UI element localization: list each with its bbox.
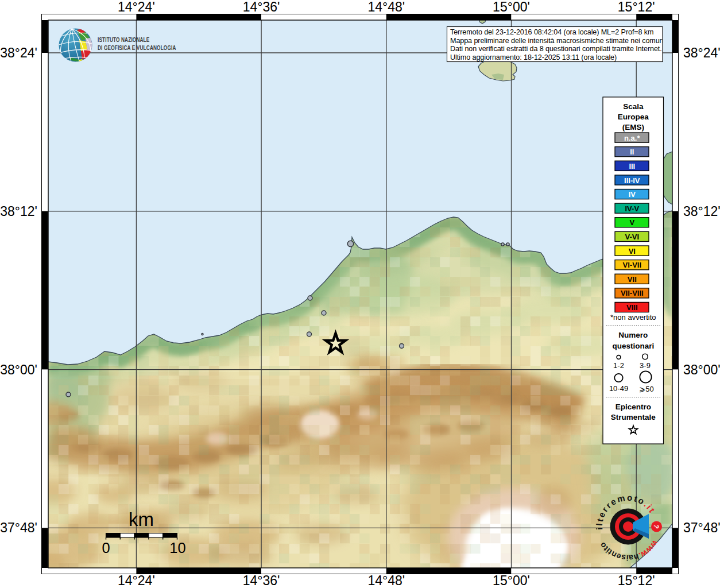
svg-text:14°36': 14°36'	[243, 573, 280, 588]
svg-text:Europea: Europea	[618, 113, 649, 121]
svg-text:n.a.*: n.a.*	[624, 134, 640, 142]
svg-text:(EMS): (EMS)	[622, 123, 644, 131]
svg-text:14°24': 14°24'	[118, 0, 155, 14]
svg-text:Numero: Numero	[618, 331, 648, 339]
svg-text:Ultimo aggiornamento: 18-12-20: Ultimo aggiornamento: 18-12-2025 13:11 (…	[450, 53, 617, 61]
svg-text:V: V	[629, 218, 634, 227]
svg-text:15°12': 15°12'	[618, 0, 655, 14]
svg-text:38°24': 38°24'	[683, 45, 720, 60]
svg-text:Epicentro: Epicentro	[616, 403, 651, 411]
svg-text:V-VI: V-VI	[625, 233, 640, 241]
svg-text:38°00': 38°00'	[0, 362, 37, 377]
svg-text:38°12': 38°12'	[683, 204, 720, 219]
svg-text:VII: VII	[628, 275, 637, 284]
svg-text:*non avvertito: *non avvertito	[610, 313, 656, 322]
svg-text:VIII: VIII	[626, 303, 638, 312]
svg-text:15°12': 15°12'	[618, 573, 655, 588]
svg-text:II: II	[630, 148, 634, 156]
svg-text:questionari: questionari	[612, 342, 654, 350]
svg-text:14°48': 14°48'	[367, 573, 405, 588]
svg-text:VI: VI	[629, 247, 636, 256]
svg-text:15°00': 15°00'	[493, 573, 530, 588]
svg-text:IV-V: IV-V	[625, 204, 640, 213]
svg-text:14°24': 14°24'	[118, 573, 155, 588]
svg-text:ISTITUTO NAZIONALE: ISTITUTO NAZIONALE	[98, 36, 150, 44]
svg-text:1-2: 1-2	[613, 361, 624, 370]
svg-text:Dati non verificati estratti d: Dati non verificati estratti da 8 questi…	[450, 45, 662, 53]
svg-text:37°48': 37°48'	[0, 520, 37, 535]
svg-text:Mappa preliminare delle intens: Mappa preliminare delle intensità macros…	[450, 37, 665, 45]
svg-text:Terremoto del 23-12-2016 08:42: Terremoto del 23-12-2016 08:42:04 (ora l…	[450, 28, 653, 36]
svg-text:38°00': 38°00'	[683, 362, 720, 377]
svg-text:37°48': 37°48'	[683, 520, 720, 535]
svg-text:IV: IV	[629, 190, 636, 199]
svg-text:3-9: 3-9	[640, 361, 651, 370]
svg-text:10-49: 10-49	[609, 384, 628, 393]
svg-text:Strumentale: Strumentale	[611, 413, 656, 421]
svg-text:10: 10	[169, 540, 185, 556]
svg-text:III-IV: III-IV	[624, 176, 640, 185]
svg-text:15°00': 15°00'	[493, 0, 530, 14]
svg-text:Scala: Scala	[623, 102, 644, 111]
svg-text:38°24': 38°24'	[0, 45, 37, 60]
svg-text:14°48': 14°48'	[367, 0, 405, 14]
svg-text:km: km	[129, 509, 154, 530]
svg-text:VI-VII: VI-VII	[623, 261, 642, 269]
svg-text:38°12': 38°12'	[0, 204, 37, 219]
svg-text:⩾50: ⩾50	[639, 385, 653, 393]
svg-text:14°36': 14°36'	[243, 0, 280, 14]
svg-text:VII-VIII: VII-VIII	[621, 289, 644, 297]
svg-text:III: III	[629, 162, 635, 171]
svg-text:0: 0	[102, 540, 110, 556]
svg-text:DI GEOFISICA E VULCANOLOGIA: DI GEOFISICA E VULCANOLOGIA	[98, 44, 176, 52]
